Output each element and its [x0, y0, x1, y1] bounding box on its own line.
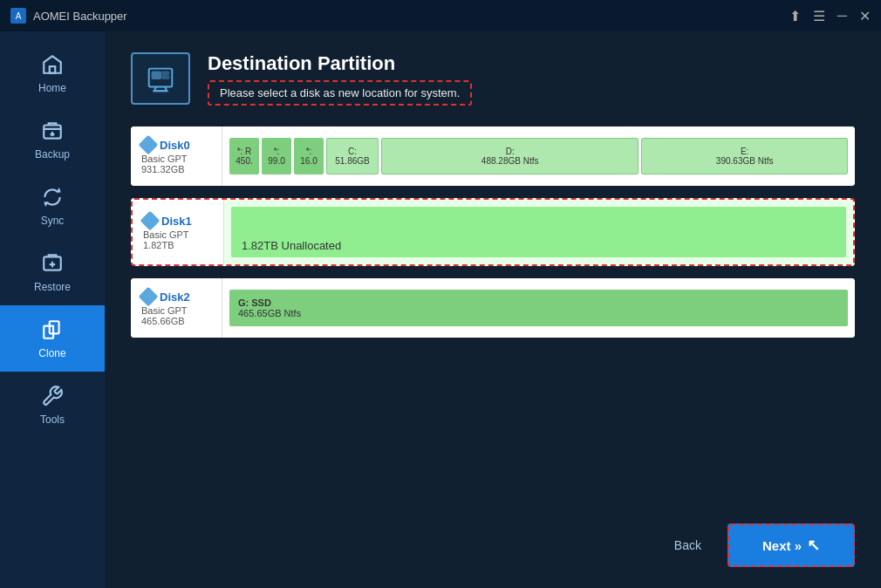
disk0-part-c: C: 51.86GB: [326, 138, 379, 174]
back-button[interactable]: Back: [659, 530, 717, 561]
svg-rect-3: [44, 326, 53, 338]
app-icon: A: [10, 8, 26, 24]
disk0-part-recovery: *: R 450.: [229, 138, 259, 174]
sidebar-item-home[interactable]: Home: [0, 40, 105, 106]
page-title: Destination Partition: [208, 52, 472, 75]
backup-icon: [40, 119, 65, 143]
disk2-partitions: G: SSD 465.65GB Ntfs: [222, 278, 855, 338]
cursor-icon: ↖: [807, 536, 820, 555]
disk2-part-ssd: G: SSD 465.65GB Ntfs: [229, 290, 848, 326]
bottom-bar: Back Next » ↖: [131, 509, 855, 567]
disk-card-disk2[interactable]: Disk2 Basic GPT 465.66GB G: SSD 465.65GB…: [131, 278, 855, 338]
svg-rect-7: [162, 72, 169, 74]
disk1-size: 1.82TB: [143, 240, 213, 250]
disk0-size: 931.32GB: [141, 164, 211, 174]
disk0-info: Disk0 Basic GPT 931.32GB: [131, 126, 222, 186]
svg-rect-8: [162, 76, 169, 79]
sidebar-label-restore: Restore: [34, 281, 71, 293]
sidebar-label-tools: Tools: [40, 414, 65, 426]
titlebar-menu-icon[interactable]: ☰: [813, 8, 825, 24]
sidebar: Home Backup Sync: [0, 31, 105, 588]
sidebar-label-clone: Clone: [38, 347, 65, 359]
disk0-part-3: *: 16.0: [294, 138, 324, 174]
titlebar-minimize-icon[interactable]: ─: [837, 8, 847, 24]
next-button-label: Next »: [762, 538, 802, 553]
sidebar-item-tools[interactable]: Tools: [0, 372, 105, 438]
disk0-type: Basic GPT: [141, 154, 211, 164]
home-icon: [40, 52, 65, 77]
titlebar-controls: ⬆ ☰ ─ ✕: [789, 8, 871, 24]
disk1-part-unallocated: 1.82TB Unallocated: [231, 207, 846, 257]
disk1-partitions: 1.82TB Unallocated: [224, 200, 853, 264]
disks-container: Disk0 Basic GPT 931.32GB *: R 450. *: 99…: [131, 126, 855, 509]
disk0-part-e: E: 390.63GB Ntfs: [641, 138, 848, 174]
app-title: AOMEI Backupper: [33, 10, 127, 23]
disk2-name: Disk2: [141, 290, 211, 304]
page-header-icon-box: [131, 52, 190, 105]
sync-icon: [40, 185, 65, 209]
disk1-info: Disk1 Basic GPT 1.82TB: [133, 200, 224, 264]
layout: Home Backup Sync: [0, 31, 881, 588]
titlebar: A AOMEI Backupper ⬆ ☰ ─ ✕: [0, 0, 881, 31]
next-button[interactable]: Next » ↖: [727, 523, 855, 567]
disk-card-disk1[interactable]: Disk1 Basic GPT 1.82TB 1.82TB Unallocate…: [131, 198, 855, 266]
clone-icon: [40, 318, 65, 342]
titlebar-store-icon[interactable]: ⬆: [789, 8, 801, 24]
svg-rect-4: [50, 321, 59, 333]
disk0-partitions: *: R 450. *: 99.0 *: 16.0 C: 51.86GB: [222, 126, 855, 186]
sidebar-item-backup[interactable]: Backup: [0, 106, 105, 173]
disk2-info: Disk2 Basic GPT 465.66GB: [131, 278, 222, 338]
sidebar-label-backup: Backup: [35, 148, 70, 161]
disk0-part-d: D: 488.28GB Ntfs: [381, 138, 639, 174]
sidebar-item-restore[interactable]: Restore: [0, 239, 105, 305]
disk1-name: Disk1: [143, 214, 213, 228]
disk2-size: 465.66GB: [141, 316, 211, 326]
titlebar-left: A AOMEI Backupper: [10, 8, 127, 24]
sidebar-item-sync[interactable]: Sync: [0, 173, 105, 239]
tools-icon: [40, 384, 65, 408]
svg-rect-6: [153, 72, 161, 79]
restore-icon: [40, 251, 65, 276]
page-header: Destination Partition Please select a di…: [131, 52, 855, 106]
disk1-type: Basic GPT: [143, 229, 213, 240]
destination-icon: [144, 62, 177, 95]
svg-rect-0: [50, 66, 56, 73]
titlebar-close-icon[interactable]: ✕: [859, 8, 871, 24]
header-text: Destination Partition Please select a di…: [208, 52, 472, 106]
sidebar-item-clone[interactable]: Clone: [0, 305, 105, 372]
sidebar-label-sync: Sync: [41, 215, 65, 227]
main-content: Destination Partition Please select a di…: [105, 31, 881, 588]
sidebar-label-home: Home: [38, 82, 66, 94]
page-subtitle: Please select a disk as new location for…: [208, 80, 472, 106]
disk-card-disk0[interactable]: Disk0 Basic GPT 931.32GB *: R 450. *: 99…: [131, 126, 855, 186]
disk0-part-2: *: 99.0: [262, 138, 291, 174]
disk0-name: Disk0: [141, 138, 211, 152]
disk2-type: Basic GPT: [141, 305, 211, 316]
